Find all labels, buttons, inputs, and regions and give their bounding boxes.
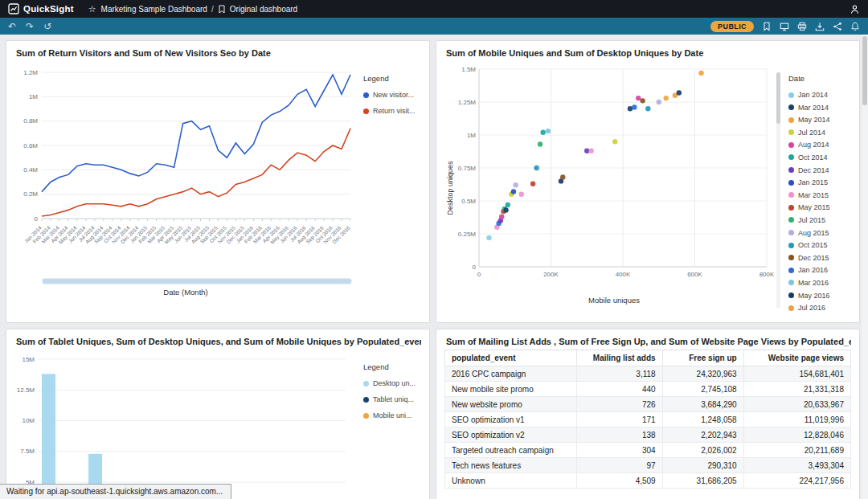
line-series[interactable] xyxy=(42,129,350,216)
date-range-scrollbar-thumb[interactable] xyxy=(43,279,351,284)
legend-item[interactable]: Tablet uniq... xyxy=(363,395,421,403)
table-cell[interactable]: Unknown xyxy=(445,473,577,489)
scatter-point[interactable] xyxy=(632,104,637,109)
scatter-point[interactable] xyxy=(657,100,661,104)
breadcrumb-dashboard-name[interactable]: Marketing Sample Dashboard xyxy=(101,5,207,14)
table-cell[interactable]: 2016 CPC campaign xyxy=(445,366,577,382)
legend-item[interactable]: Aug 2015 xyxy=(788,229,851,237)
table-cell[interactable]: 154,681,401 xyxy=(743,366,850,382)
legend-item[interactable]: Mar 2014 xyxy=(788,104,851,112)
legend-item[interactable]: Oct 2014 xyxy=(788,153,851,162)
bar[interactable] xyxy=(42,374,55,499)
table-cell[interactable]: 4,509 xyxy=(576,473,662,489)
presentation-icon[interactable] xyxy=(780,22,789,31)
legend-item[interactable]: Mar 2016 xyxy=(788,279,851,287)
legend-item[interactable]: Mobile uni... xyxy=(363,411,421,419)
table-row[interactable]: New mobile site promo4402,745,10821,331,… xyxy=(445,382,851,397)
table-row[interactable]: SEO optimization v11711,248,05811,019,99… xyxy=(445,412,851,427)
scatter-point[interactable] xyxy=(506,202,510,207)
scatter-point[interactable] xyxy=(640,98,645,103)
star-icon[interactable]: ☆ xyxy=(88,4,96,14)
table-cell[interactable]: New website promo xyxy=(445,397,577,412)
table-cell[interactable]: 171 xyxy=(576,412,662,427)
table-cell[interactable]: 97 xyxy=(576,458,662,473)
scatter-point[interactable] xyxy=(503,207,508,212)
legend-item[interactable]: Dec 2015 xyxy=(788,254,851,262)
scatter-chart-canvas[interactable]: 00.25M0.5M0.75M1M1.25M1.5M0200K400K600K8… xyxy=(455,61,775,294)
legend-item[interactable]: Dec 2014 xyxy=(788,166,851,174)
table-column-header[interactable]: Website page views xyxy=(743,350,850,366)
table-cell[interactable]: 138 xyxy=(576,427,662,443)
legend-item[interactable]: Return visit... xyxy=(363,107,421,115)
table-cell[interactable]: 2,745,108 xyxy=(662,382,743,397)
table-cell[interactable]: Tech news features xyxy=(445,458,577,473)
table-cell[interactable]: 20,211,689 xyxy=(743,443,850,458)
scatter-point[interactable] xyxy=(645,106,650,111)
legend-item[interactable]: Jan 2014 xyxy=(788,91,851,99)
legend-item[interactable]: Jan 2016 xyxy=(788,266,851,274)
legend-item[interactable]: Jan 2015 xyxy=(788,178,851,186)
scatter-point[interactable] xyxy=(499,214,504,219)
scatter-point[interactable] xyxy=(560,174,565,179)
table-row[interactable]: Targeted outreach campaign3042,026,00220… xyxy=(445,443,851,458)
table-cell[interactable]: 1,248,058 xyxy=(662,412,743,427)
bookmark-icon[interactable] xyxy=(762,22,772,31)
table-column-header[interactable]: populated_event xyxy=(445,350,577,366)
legend-scrollbar[interactable] xyxy=(776,72,780,309)
table-row[interactable]: Tech news features97290,3103,493,304 xyxy=(445,458,851,473)
share-icon[interactable] xyxy=(833,22,842,31)
bar-chart-canvas[interactable]: 15M12.5M10M7.5M5M xyxy=(14,350,352,499)
scatter-point[interactable] xyxy=(530,181,535,186)
scatter-point[interactable] xyxy=(486,235,491,240)
legend-item[interactable]: Jul 2016 xyxy=(788,304,851,312)
table-cell[interactable]: 224,217,956 xyxy=(743,473,850,489)
legend-scrollbar-thumb[interactable] xyxy=(776,72,780,124)
table-column-header[interactable]: Mailing list adds xyxy=(576,350,662,366)
legend-item[interactable]: Oct 2015 xyxy=(788,241,851,249)
table-row[interactable]: 2016 CPC campaign3,11824,320,963154,681,… xyxy=(445,366,851,382)
table-cell[interactable]: 440 xyxy=(576,382,662,397)
table-column-header[interactable]: Free sign up xyxy=(662,350,743,366)
legend-item[interactable]: Jul 2015 xyxy=(788,216,851,224)
breadcrumb-sheet-name[interactable]: Original dashboard xyxy=(230,5,298,14)
scatter-point[interactable] xyxy=(677,90,682,95)
table-cell[interactable]: 31,686,205 xyxy=(662,473,743,489)
page-scrollbar-thumb[interactable] xyxy=(862,36,867,105)
quicksight-logo[interactable]: QuickSight xyxy=(8,3,74,14)
table-row[interactable]: Unknown4,50931,686,205224,217,956 xyxy=(445,473,851,489)
table-cell[interactable]: 12,828,046 xyxy=(743,427,850,443)
scatter-point[interactable] xyxy=(513,182,518,187)
table-cell[interactable]: SEO optimization v2 xyxy=(445,427,577,443)
scatter-point[interactable] xyxy=(588,148,593,153)
date-range-scrollbar[interactable] xyxy=(42,278,352,284)
scatter-point[interactable] xyxy=(698,71,703,76)
table-cell[interactable]: Targeted outreach campaign xyxy=(445,443,577,458)
legend-item[interactable]: May 2015 xyxy=(788,203,851,211)
scatter-point[interactable] xyxy=(664,96,669,100)
legend-item[interactable]: May 2014 xyxy=(788,116,851,124)
page-scrollbar[interactable] xyxy=(862,35,868,499)
scatter-point[interactable] xyxy=(534,166,538,170)
table-cell[interactable]: 290,310 xyxy=(662,458,743,473)
legend-item[interactable]: May 2016 xyxy=(788,292,851,300)
undo-icon[interactable]: ↶ xyxy=(8,22,16,31)
table-cell[interactable]: New mobile site promo xyxy=(445,382,577,397)
export-icon[interactable] xyxy=(815,22,825,31)
legend-item[interactable]: Jul 2014 xyxy=(788,129,851,137)
legend-item[interactable]: New visitor... xyxy=(363,91,421,99)
scatter-point[interactable] xyxy=(519,192,524,197)
user-account-icon[interactable] xyxy=(850,4,860,14)
table-cell[interactable]: 3,118 xyxy=(576,366,662,382)
line-chart-canvas[interactable]: 00.2M0.4M0.6M0.8M1M1.2MJan 2014Feb 2014M… xyxy=(14,61,355,276)
line-series[interactable] xyxy=(42,75,350,192)
table-cell[interactable]: SEO optimization v1 xyxy=(445,412,577,427)
print-icon[interactable] xyxy=(797,22,807,31)
scatter-point[interactable] xyxy=(540,130,545,135)
table-cell[interactable]: 304 xyxy=(576,443,662,458)
table-cell[interactable]: 20,633,967 xyxy=(743,397,850,412)
table-row[interactable]: SEO optimization v21382,202,94312,828,04… xyxy=(445,427,851,443)
notifications-bell-icon[interactable] xyxy=(850,22,860,31)
table-cell[interactable]: 2,202,943 xyxy=(662,427,743,443)
table-cell[interactable]: 3,684,290 xyxy=(662,397,743,412)
redo-icon[interactable]: ↷ xyxy=(26,22,34,31)
